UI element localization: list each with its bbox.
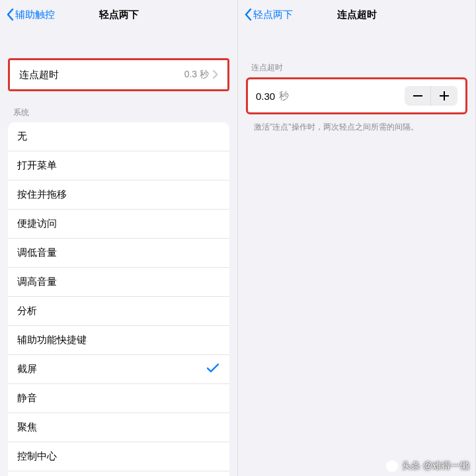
system-option[interactable]: 截屏 [8,355,229,384]
system-option[interactable]: 调高音量 [8,268,229,297]
watermark-text: 头条 @难得一懒 [402,460,469,472]
system-option[interactable]: 辅助功能快捷键 [8,326,229,355]
option-label: 调低音量 [17,247,220,259]
option-label: 便捷访问 [17,218,220,230]
watermark-avatar-icon [386,460,398,472]
right-nav: 轻点两下 连点超时 [238,0,475,32]
chevron-right-icon [213,69,218,81]
minus-icon [413,95,422,97]
back-label: 轻点两下 [253,9,293,21]
stepper-plus-button[interactable] [431,86,457,106]
system-option[interactable]: 聚焦 [8,413,229,442]
option-label: 无 [17,130,220,143]
system-section-header: 系统 [0,103,237,122]
option-label: 静音 [17,392,220,405]
option-label: 控制中心 [17,450,220,463]
system-option[interactable]: 静音 [8,384,229,413]
back-button-right[interactable]: 轻点两下 [245,9,293,21]
system-option[interactable]: 捏合和旋转 [8,471,229,476]
timeout-value: 0.3 秒 [184,69,209,81]
left-pane: 辅助触控 轻点两下 连点超时 0.3 秒 系统 无打开菜单按住并拖移便捷访问调低… [0,0,238,476]
system-option[interactable]: 无 [8,122,229,151]
check-icon [207,364,219,375]
svg-rect-0 [413,95,422,97]
timeout-cell[interactable]: 连点超时 0.3 秒 [10,60,227,89]
right-pane: 轻点两下 连点超时 连点超时 0.30 秒 激活"连点"操作时，两次轻点之间所需… [238,0,476,476]
timeout-label: 连点超时 [19,69,184,81]
option-label: 打开菜单 [17,159,220,172]
system-option[interactable]: 控制中心 [8,442,229,471]
system-option[interactable]: 调低音量 [8,239,229,268]
stepper-value: 0.30 [256,91,275,102]
stepper-minus-button[interactable] [405,86,431,106]
watermark: 头条 @难得一懒 [386,460,469,472]
option-label: 按住并拖移 [17,188,220,201]
back-label: 辅助触控 [15,9,55,21]
stepper-row: 0.30 秒 [248,79,465,112]
system-option[interactable]: 按住并拖移 [8,180,229,210]
option-label: 辅助功能快捷键 [17,334,220,346]
option-label: 调高音量 [17,276,220,288]
stepper-unit: 秒 [279,90,405,102]
system-option[interactable]: 分析 [8,297,229,326]
back-button-left[interactable]: 辅助触控 [7,9,55,21]
option-label: 分析 [17,305,220,317]
system-option[interactable]: 便捷访问 [8,210,229,239]
svg-rect-2 [440,95,449,97]
plus-icon [440,91,449,100]
chevron-left-icon [7,9,14,20]
option-label: 截屏 [17,363,220,376]
option-label: 聚焦 [17,421,220,434]
left-nav: 辅助触控 轻点两下 [0,0,237,32]
right-section-header: 连点超时 [238,58,475,77]
timeout-cell-group: 连点超时 0.3 秒 [8,58,229,91]
system-options-list: 无打开菜单按住并拖移便捷访问调低音量调高音量分析辅助功能快捷键截屏静音聚焦控制中… [8,122,229,476]
chevron-left-icon [245,9,252,20]
system-option[interactable]: 打开菜单 [8,151,229,180]
stepper-control [405,86,457,106]
footer-note: 激活"连点"操作时，两次轻点之间所需的间隔。 [238,114,475,139]
